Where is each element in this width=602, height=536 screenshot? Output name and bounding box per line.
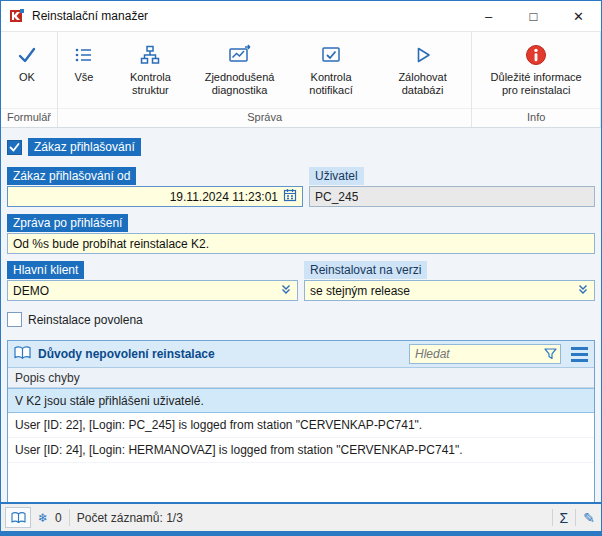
status-bar: ❄ 0 Počet záznamů: 1/3 Σ ✎: [1, 504, 601, 531]
zalohovat-databazi-label: Zálohovat databázi: [384, 71, 462, 97]
grid-title: Důvody nepovolení reinstalace: [38, 347, 215, 361]
reinstall-allowed-label: Reinstalace povolena: [28, 313, 143, 327]
edit-pencil-icon[interactable]: ✎: [583, 511, 595, 525]
toolbar-group-sprava: Vše Kontrola struktur: [58, 32, 472, 127]
toolbar-group-label-info: Info: [472, 108, 600, 127]
important-info-icon: [524, 39, 548, 71]
statusbar-divider: [552, 509, 553, 526]
toolbar-group-info: Důležité informace pro reinstalaci Info: [472, 32, 601, 127]
ban-from-user-row: Zákaz přihlašování od 19.11.2024 11:23:0…: [7, 167, 595, 207]
list-icon: [73, 39, 95, 71]
reinstall-version-label: Reinstalovat na verzi: [304, 261, 427, 279]
ribbon-toolbar: OK Formulář Vše: [1, 31, 601, 128]
table-row[interactable]: User [ID: 22], [Login: PC_245] is logged…: [8, 413, 594, 438]
backup-play-icon: [412, 39, 434, 71]
kontrola-notifikaci-button[interactable]: Kontrola notifikací: [285, 37, 377, 99]
client-version-row: Hlavní klient DEMO Reinstalovat na verzi…: [7, 261, 595, 301]
toolbar-group-formular: OK Formulář: [1, 32, 58, 127]
main-client-label: Hlavní klient: [7, 261, 84, 279]
grid-menu-hamburger-icon[interactable]: [567, 343, 591, 365]
notification-check-icon: [320, 39, 342, 71]
main-client-value: DEMO: [13, 284, 49, 298]
reinstall-version-value: se stejným release: [310, 284, 410, 298]
main-client-combo[interactable]: DEMO: [7, 280, 298, 301]
grid-search-input[interactable]: [409, 344, 561, 364]
ok-button-label: OK: [19, 71, 35, 84]
zjednodusena-diagnostika-label: Zjednodušená diagnostika: [201, 71, 279, 97]
reinstall-version-combo[interactable]: se stejným release: [304, 280, 595, 301]
reinstall-allowed-checkbox[interactable]: [7, 312, 22, 327]
minimize-button[interactable]: –: [466, 1, 511, 31]
message-input[interactable]: Od %s bude probíhat reinstalace K2.: [7, 233, 595, 254]
maximize-button[interactable]: □: [511, 1, 556, 31]
chevron-down-icon: [577, 283, 589, 298]
vse-button-label: Vše: [75, 71, 94, 84]
zalohovat-databazi-button[interactable]: Zálohovat databázi: [377, 37, 469, 99]
structure-icon: [139, 39, 161, 71]
sum-sigma-icon[interactable]: Σ: [560, 511, 569, 525]
form-area: Zákaz přihlašování Zákaz přihlašování od…: [1, 128, 601, 504]
ban-from-input[interactable]: 19.11.2024 11:23:01: [7, 186, 303, 207]
book-icon: [13, 345, 32, 363]
message-value: Od %s bude probíhat reinstalace K2.: [13, 237, 209, 251]
kontrola-notifikaci-label: Kontrola notifikací: [292, 71, 370, 97]
message-label: Zpráva po přihlášení: [7, 214, 128, 232]
table-row[interactable]: User [ID: 24], [Login: HERMANOVAZ] is lo…: [8, 438, 594, 463]
ban-login-checkbox[interactable]: [7, 140, 22, 155]
grid-header: Důvody nepovolení reinstalace: [8, 341, 594, 368]
ban-from-value: 19.11.2024 11:23:01: [170, 190, 278, 204]
reinstall-allowed-checkbox-row: Reinstalace povolena: [7, 312, 595, 327]
close-button[interactable]: ✕: [556, 1, 601, 31]
book-icon[interactable]: [5, 507, 31, 528]
statusbar-divider: [69, 509, 70, 526]
column-header-popis-chyby[interactable]: Popis chyby: [8, 368, 594, 388]
dulezite-informace-button[interactable]: Důležité informace pro reinstalaci: [475, 37, 597, 99]
main-client-field: Hlavní klient DEMO: [7, 261, 298, 301]
ban-login-checkbox-row: Zákaz přihlašování: [7, 138, 595, 156]
calendar-icon[interactable]: [283, 188, 297, 205]
user-field: Uživatel PC_245: [309, 167, 595, 207]
status-counter: 0: [55, 511, 62, 525]
reasons-grid: Důvody nepovolení reinstalace Popis chyb…: [7, 340, 595, 502]
ok-button[interactable]: OK: [4, 37, 50, 86]
diagnostics-icon: [228, 39, 252, 71]
snowflake-icon: ❄: [38, 511, 48, 525]
ban-login-label: Zákaz přihlašování: [28, 138, 141, 156]
vse-button[interactable]: Vše: [61, 37, 107, 86]
user-label: Uživatel: [309, 167, 364, 185]
ban-from-field: Zákaz přihlašování od 19.11.2024 11:23:0…: [7, 167, 303, 207]
user-input: PC_245: [309, 186, 595, 207]
record-count-label: Počet záznamů: 1/3: [77, 511, 183, 525]
reinstall-manager-window: Reinstalační manažer – □ ✕ OK Formulář: [0, 0, 602, 536]
user-value: PC_245: [315, 190, 358, 204]
message-field: Zpráva po přihlášení Od %s bude probíhat…: [7, 214, 595, 254]
ok-check-icon: [16, 39, 38, 71]
kontrola-struktur-label: Kontrola struktur: [114, 71, 187, 97]
reinstall-version-field: Reinstalovat na verzi se stejným release: [304, 261, 595, 301]
table-row[interactable]: V K2 jsou stále přihlášeni uživatelé.: [8, 388, 594, 413]
chevron-down-icon: [280, 283, 292, 298]
message-row: Zpráva po přihlášení Od %s bude probíhat…: [7, 214, 595, 254]
grid-empty-area: [8, 463, 594, 502]
app-icon: [9, 8, 25, 24]
toolbar-group-label-sprava: Správa: [58, 108, 471, 127]
ban-from-label: Zákaz přihlašování od: [7, 167, 136, 185]
titlebar: Reinstalační manažer – □ ✕: [1, 1, 601, 31]
kontrola-struktur-button[interactable]: Kontrola struktur: [107, 37, 194, 99]
toolbar-group-label-formular: Formulář: [1, 108, 57, 127]
zjednodusena-diagnostika-button[interactable]: Zjednodušená diagnostika: [194, 37, 286, 99]
dulezite-informace-label: Důležité informace pro reinstalaci: [482, 71, 590, 97]
grid-search: [409, 344, 561, 364]
statusbar-divider: [575, 509, 576, 526]
window-controls: – □ ✕: [466, 1, 601, 31]
window-title: Reinstalační manažer: [32, 9, 148, 23]
